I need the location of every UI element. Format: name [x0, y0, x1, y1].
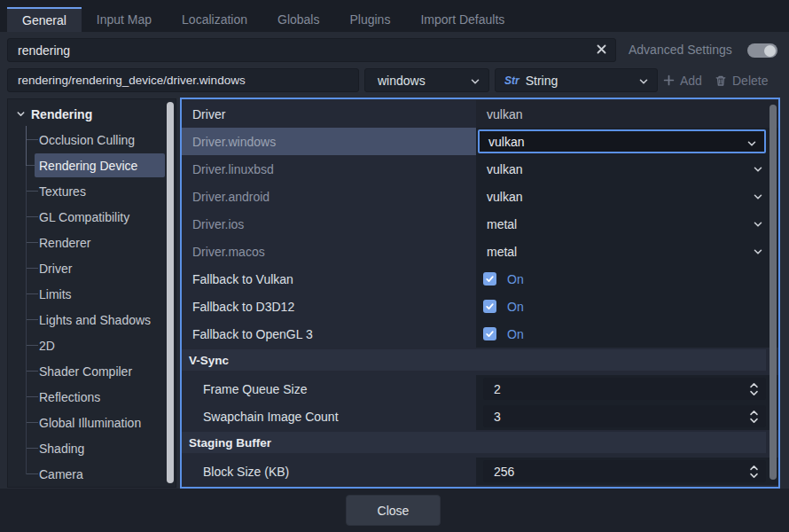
spinbox-input[interactable]: 256	[483, 460, 766, 482]
updown-arrows-icon[interactable]	[749, 382, 759, 396]
option-dropdown[interactable]: metal	[476, 238, 778, 265]
sidebar-scrollbar[interactable]	[167, 102, 174, 483]
option-dropdown[interactable]: vulkan	[476, 183, 778, 210]
dropdown-value: vulkan	[476, 190, 522, 204]
spinbox-input[interactable]: 2	[483, 378, 766, 400]
property-row-driver-windows: Driver.windowsvulkan	[182, 128, 778, 155]
sidebar-item-2d[interactable]: 2D	[8, 332, 176, 358]
sidebar-item-driver[interactable]: Driver	[8, 255, 176, 281]
settings-tree: Rendering Occlusion CullingRendering Dev…	[7, 98, 176, 488]
sidebar-item-lights-and-shadows[interactable]: Lights and Shadows	[8, 307, 176, 332]
property-value-cell: vulkan	[476, 128, 778, 155]
property-label: Block Size (KB)	[182, 458, 476, 485]
sidebar-item-shader-compiler[interactable]: Shader Compiler	[8, 358, 176, 384]
sidebar-item-shading[interactable]: Shading	[8, 435, 176, 461]
spinbox-value: 256	[483, 465, 514, 479]
property-label: Driver.android	[182, 183, 476, 210]
property-label: Fallback to D3D12	[182, 293, 476, 320]
property-row-fallback-to-d3d12: Fallback to D3D12On	[182, 293, 778, 320]
property-label: Driver	[182, 100, 476, 128]
option-dropdown[interactable]: vulkan	[478, 129, 766, 153]
spinbox-input[interactable]: 3	[483, 405, 766, 427]
property-path-value: rendering/rendering_device/driver.window…	[8, 74, 246, 87]
property-value-cell: On	[476, 265, 778, 293]
tab-import-defaults[interactable]: Import Defaults	[405, 7, 519, 32]
property-value-cell: 3	[476, 403, 778, 430]
string-type-icon: Str	[504, 74, 519, 87]
checkbox-state-label: On	[507, 327, 524, 341]
section-header-v-sync: V-Sync	[182, 349, 766, 371]
property-row-staging-buffer: Staging Buffer	[182, 430, 778, 458]
plus-icon	[663, 74, 675, 86]
property-row-driver-linuxbsd: Driver.linuxbsdvulkan	[182, 155, 778, 183]
sidebar-item-textures[interactable]: Textures	[8, 178, 176, 204]
property-path-input[interactable]: rendering/rendering_device/driver.window…	[7, 68, 359, 92]
checkbox-state-label: On	[507, 272, 524, 286]
sidebar-item-rendering-device[interactable]: Rendering Device	[8, 153, 176, 178]
tab-plugins[interactable]: Plugins	[334, 7, 405, 32]
property-label: Driver.linuxbsd	[182, 155, 476, 183]
sidebar-item-occlusion-culling[interactable]: Occlusion Culling	[8, 127, 176, 153]
property-row-driver-macos: Driver.macosmetal	[182, 238, 778, 265]
delete-button[interactable]: Delete	[715, 68, 768, 92]
property-row-swapchain-image-count: Swapchain Image Count3	[182, 403, 778, 430]
property-label: Driver.windows	[182, 128, 476, 155]
add-button-label: Add	[680, 74, 702, 88]
property-label: Driver.ios	[182, 210, 476, 238]
sidebar-item-camera[interactable]: Camera	[8, 461, 176, 487]
advanced-settings-toggle[interactable]	[747, 43, 777, 58]
feature-select[interactable]: windows	[364, 68, 489, 92]
updown-arrows-icon[interactable]	[749, 410, 759, 424]
tree-root-rendering[interactable]: Rendering	[8, 101, 176, 127]
trash-icon	[715, 74, 727, 87]
advanced-settings-label: Advanced Settings	[629, 43, 732, 57]
updown-arrows-icon[interactable]	[749, 465, 759, 479]
sidebar-item-reflections[interactable]: Reflections	[8, 384, 176, 410]
chevron-down-icon	[638, 76, 649, 87]
sidebar-item-label: Limits	[39, 287, 72, 301]
add-button[interactable]: Add	[663, 68, 702, 92]
tab-localization[interactable]: Localization	[167, 7, 262, 32]
sidebar-item-label: Rendering Device	[39, 159, 137, 173]
sidebar-item-label: Lights and Shadows	[39, 313, 151, 327]
sidebar-item-label: Shading	[39, 442, 84, 456]
sidebar-item-label: Textures	[39, 184, 86, 199]
property-value-cell: vulkan	[476, 100, 778, 128]
property-value-cell: 256	[476, 458, 778, 485]
property-row-frame-queue-size: Frame Queue Size2	[182, 375, 778, 403]
tab-general[interactable]: General	[7, 7, 82, 32]
property-label: Frame Queue Size	[182, 375, 476, 403]
tab-globals[interactable]: Globals	[262, 7, 334, 32]
panel-scrollbar[interactable]	[769, 105, 777, 480]
close-button[interactable]: Close	[346, 495, 441, 526]
property-row-v-sync: V-Sync	[182, 348, 778, 375]
type-select[interactable]: Str String	[495, 68, 658, 92]
sidebar-item-limits[interactable]: Limits	[8, 281, 176, 307]
checkbox-checked-icon[interactable]	[483, 300, 496, 313]
tab-input-map[interactable]: Input Map	[82, 7, 167, 32]
clear-search-icon[interactable]	[596, 43, 607, 55]
property-row-fallback-to-opengl-3: Fallback to OpenGL 3On	[182, 320, 778, 348]
sidebar-item-label: GL Compatibility	[39, 210, 129, 224]
property-value-cell: On	[476, 320, 778, 348]
property-row-driver: Drivervulkan	[182, 100, 778, 128]
sidebar-item-gl-compatibility[interactable]: GL Compatibility	[8, 204, 176, 230]
feature-select-value: windows	[365, 74, 426, 88]
sidebar-item-global-illumination[interactable]: Global Illumination	[8, 410, 176, 435]
tab-bar: GeneralInput MapLocalizationGlobalsPlugi…	[0, 0, 789, 32]
sidebar-item-label: Global Illumination	[39, 416, 141, 430]
checkbox-checked-icon[interactable]	[483, 272, 496, 286]
properties-panel: DrivervulkanDriver.windowsvulkanDriver.l…	[180, 98, 780, 489]
sidebar-item-label: Shader Compiler	[39, 364, 132, 379]
section-header-label: Staging Buffer	[182, 436, 271, 450]
option-dropdown[interactable]: metal	[476, 210, 778, 238]
option-dropdown[interactable]: vulkan	[476, 155, 778, 183]
chevron-down-icon	[470, 76, 480, 87]
checkbox-checked-icon[interactable]	[483, 327, 496, 340]
chevron-down-icon	[753, 164, 763, 175]
chevron-down-icon	[753, 192, 763, 202]
search-input[interactable]: rendering	[7, 38, 616, 62]
dropdown-value: vulkan	[480, 135, 524, 149]
collapse-chevron-icon[interactable]	[16, 109, 26, 119]
sidebar-item-renderer[interactable]: Renderer	[8, 230, 176, 255]
